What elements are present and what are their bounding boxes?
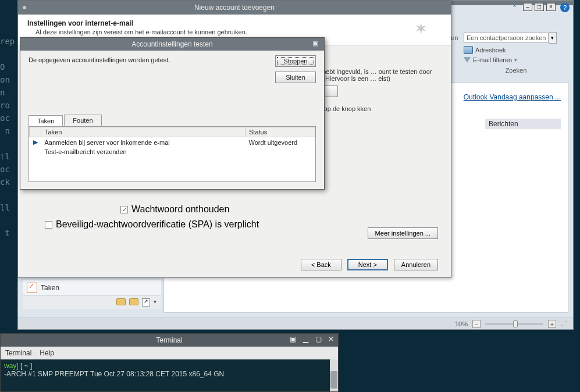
search-contact-dropdown-icon[interactable]: ▾	[549, 32, 557, 44]
test-dialog-message: De opgegeven accountinstellingen worden …	[29, 56, 316, 63]
stop-button[interactable]: Stoppen	[275, 55, 316, 67]
col-tasks[interactable]: Taken	[41, 127, 245, 137]
spa-label: Beveiligd-wachtwoordverificatie (SPA) is…	[56, 219, 259, 230]
minimize-button[interactable]: –	[523, 3, 532, 11]
ribbon-collapse-icon[interactable]: ⌃	[512, 4, 517, 12]
test-account-settings-dialog: Accountinstellingen testen ▣ De opgegeve…	[20, 37, 325, 190]
search-contact-input[interactable]: Een contactpersoon zoeken	[464, 33, 549, 43]
customize-outlook-today-link[interactable]: Outlook Vandaag aanpassen ...	[464, 93, 561, 101]
terminal-close-icon[interactable]: ✕	[326, 335, 336, 344]
cancel-button[interactable]: Annuleren	[394, 259, 438, 270]
checkbox-checked-icon[interactable]: ✓	[120, 206, 128, 213]
pin-icon[interactable]: ▣	[311, 40, 319, 48]
close-button[interactable]: ×	[546, 3, 556, 11]
ribbon-search-group: Een contactpersoon zoeken▾ Adresboek E-m…	[464, 32, 568, 74]
terminal-max-icon[interactable]: ▢	[314, 335, 323, 344]
filter-email-button[interactable]: E-mail filteren ▾	[464, 56, 568, 63]
tasks-table: Taken Status ▶ Aanmelden bij server voor…	[29, 127, 315, 156]
nav-bottom: Taken ▾	[23, 280, 161, 309]
window-menu-icon[interactable]	[23, 6, 26, 9]
test-dialog-title: Accountinstellingen testen	[131, 40, 212, 48]
terminal-output[interactable]: way] [ ~ ] -ARCH #1 SMP PREEMPT Tue Oct …	[1, 359, 338, 392]
next-button[interactable]: Next >	[347, 259, 388, 270]
chevron-down-icon: ▾	[514, 57, 517, 63]
folder-icon[interactable]	[116, 298, 126, 305]
wizard-nav-buttons: < Back Next > Annuleren	[301, 259, 438, 270]
terminal-pin-icon[interactable]: ▣	[288, 335, 297, 344]
nav-tray: ▾	[23, 296, 161, 309]
more-settings-button[interactable]: Meer instellingen ...	[368, 227, 438, 239]
close-dialog-button[interactable]: Sluiten	[275, 72, 316, 83]
scrollbar-thumb[interactable]	[330, 371, 337, 389]
wizard-heading: Instellingen voor internet-e-mail	[27, 19, 442, 27]
remember-password-label: Wachtwoord onthouden	[131, 204, 229, 215]
checkbox-unchecked-icon[interactable]	[45, 221, 52, 229]
window-controls: ⌃ – □ × ?	[512, 3, 570, 12]
maximize-button[interactable]: □	[535, 3, 544, 11]
resize-grip-icon[interactable]: ⋰	[561, 320, 567, 327]
help-icon[interactable]: ?	[560, 3, 570, 12]
status-bar: 10% – + ⋰	[18, 318, 573, 329]
zoom-thumb[interactable]	[513, 320, 518, 327]
terminal-title-text: Terminal	[156, 336, 182, 344]
test-dialog-titlebar[interactable]: Accountinstellingen testen ▣	[20, 38, 324, 51]
zoom-in-button[interactable]: +	[548, 320, 556, 328]
cursor-decor-icon: ✶	[414, 19, 428, 38]
shortcut-icon[interactable]	[142, 298, 150, 307]
terminal-window: Terminal ▣ ▁ ▢ ✕ Terminal Help way] [ ~ …	[0, 333, 339, 392]
tasks-panel: Taken Status ▶ Aanmelden bij server voor…	[29, 126, 316, 182]
task-cell: Aanmelden bij server voor inkomende e-ma…	[41, 137, 245, 148]
addressbook-label: Adresboek	[475, 47, 506, 54]
menu-terminal[interactable]: Terminal	[5, 349, 31, 357]
table-header-row: Taken Status	[30, 127, 315, 137]
nav-tasks[interactable]: Taken	[23, 280, 161, 296]
status-cell: Wordt uitgevoerd	[245, 137, 315, 148]
spa-row[interactable]: Beveiligd-wachtwoordverificatie (SPA) is…	[45, 219, 259, 230]
test-dialog-tabs: Taken Fouten	[29, 115, 102, 126]
terminal-titlebar[interactable]: Terminal ▣ ▁ ▢ ✕	[1, 334, 338, 347]
funnel-icon	[464, 57, 471, 63]
wizard-subheading: Al deze instellingen zijn vereist om het…	[35, 28, 442, 35]
folder-icon-2[interactable]	[129, 298, 138, 305]
remember-password-row[interactable]: ✓ Wachtwoord onthouden	[120, 204, 229, 215]
active-row-icon: ▶	[30, 137, 41, 148]
addressbook-icon	[464, 46, 473, 54]
tasks-icon	[27, 283, 37, 293]
terminal-menubar: Terminal Help	[1, 347, 338, 359]
menu-help[interactable]: Help	[40, 349, 54, 357]
table-row: Test-e-mailbericht verzenden	[30, 147, 315, 156]
wizard-titlebar[interactable]: Nieuw account toevoegen	[18, 1, 451, 15]
table-row: ▶ Aanmelden bij server voor inkomende e-…	[30, 137, 315, 148]
zoom-out-button[interactable]: –	[472, 320, 481, 328]
zoom-slider[interactable]	[485, 323, 543, 325]
tab-tasks[interactable]: Taken	[29, 115, 63, 126]
desktop-terminal-peek: rep O on n ro oc n tl oc ck ll t	[0, 0, 17, 326]
terminal-min-icon[interactable]: ▁	[301, 335, 310, 344]
ribbon-section-label: Zoeken	[464, 67, 568, 74]
back-button[interactable]: < Back	[301, 259, 341, 270]
wizard-title-text: Nieuw account toevoegen	[194, 3, 275, 12]
addressbook-button[interactable]: Adresboek	[464, 46, 568, 54]
nav-tasks-label: Taken	[41, 284, 59, 292]
berichten-header: Berichten	[485, 119, 561, 129]
tab-errors[interactable]: Fouten	[64, 115, 101, 126]
terminal-scrollbar[interactable]	[330, 359, 338, 391]
task-cell: Test-e-mailbericht verzenden	[41, 147, 245, 156]
col-status[interactable]: Status	[245, 127, 315, 137]
nav-overflow-icon[interactable]: ▾	[154, 298, 156, 307]
zoom-percent: 10%	[455, 320, 468, 327]
status-cell	[245, 147, 315, 156]
filter-email-label: E-mail filteren	[473, 56, 512, 63]
